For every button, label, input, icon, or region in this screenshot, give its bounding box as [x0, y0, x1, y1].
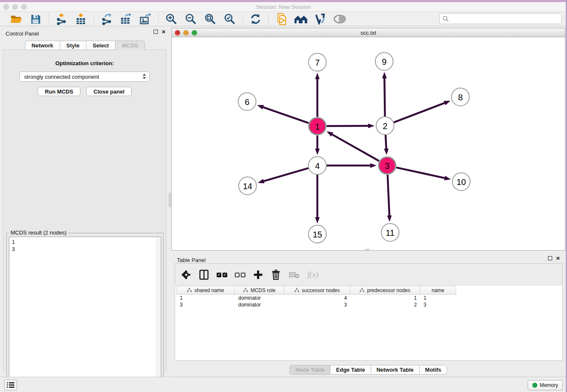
column-header-predecessor-nodes[interactable]: predecessor nodes: [350, 286, 420, 295]
tab-mcds[interactable]: MCDS: [116, 41, 145, 50]
status-bar: Memory: [0, 377, 567, 392]
home-icon[interactable]: [294, 13, 308, 25]
search-input[interactable]: [451, 16, 559, 22]
zoom-selected-icon[interactable]: [223, 13, 237, 25]
zoom-out-icon[interactable]: [184, 13, 198, 25]
column-header-shared-name[interactable]: shared name: [176, 286, 235, 295]
graph-edge-arrowhead: [384, 149, 388, 155]
table-row[interactable]: 3 dominator 3 2 3: [176, 301, 456, 308]
network-canvas[interactable]: 7968124314101511: [172, 37, 565, 250]
control-panel: Control Panel × Network Style Select MCD…: [0, 26, 170, 377]
memory-button[interactable]: Memory: [528, 380, 563, 390]
graph-node-label-1: 1: [315, 122, 319, 131]
main-toolbar: [0, 12, 567, 26]
copy-style-icon[interactable]: [275, 13, 288, 25]
zoom-in-icon[interactable]: [165, 13, 178, 25]
mcds-result-groupbox: MCDS result (2 nodes) 1 3: [6, 233, 164, 392]
graph-edge-arrowhead: [382, 72, 387, 78]
zoom-fit-icon[interactable]: [204, 13, 217, 25]
close-panel-button[interactable]: Close panel: [86, 87, 132, 96]
tab-edge-table[interactable]: Edge Table: [330, 365, 371, 375]
vizmapper-icon[interactable]: [314, 13, 327, 25]
graph-edge-arrowhead: [315, 149, 320, 155]
tab-motifs[interactable]: Motifs: [420, 365, 447, 375]
graph-node-label-2: 2: [383, 121, 387, 131]
graph-node-label-11: 11: [386, 228, 395, 237]
graph-edge-1-6[interactable]: [263, 107, 308, 123]
graph-edge-2-8[interactable]: [394, 103, 445, 122]
panel-splitter-handle[interactable]: [169, 193, 171, 207]
export-table-icon[interactable]: [119, 13, 133, 25]
delete-table-icon[interactable]: [289, 269, 300, 281]
attribute-type-icon: [243, 288, 248, 293]
graph-node-label-10: 10: [457, 177, 466, 187]
export-network-icon[interactable]: [100, 13, 113, 25]
show-hide-panels-icon[interactable]: [333, 13, 347, 25]
application-window: Session: New Session: [0, 0, 567, 392]
table-panel-title: Table Panel: [177, 257, 206, 263]
graph-node-label-9: 9: [382, 57, 386, 66]
optimization-criterion-dropdown[interactable]: strongly connected component: [19, 72, 150, 82]
graph-node-label-3: 3: [385, 161, 389, 171]
refresh-icon[interactable]: [249, 13, 262, 25]
save-session-icon[interactable]: [29, 13, 42, 25]
graph-edge-arrowhead: [368, 124, 374, 128]
network-window-title: scc.txt: [172, 30, 565, 36]
column-header-successor-nodes[interactable]: successor nodes: [284, 286, 350, 295]
export-image-icon[interactable]: [139, 13, 152, 25]
column-header-mcds-role[interactable]: MCDS role: [235, 286, 284, 295]
close-table-panel-icon[interactable]: ×: [556, 256, 560, 260]
tab-style[interactable]: Style: [60, 41, 86, 50]
function-builder-icon[interactable]: f(x): [307, 269, 318, 281]
search-icon: [443, 16, 449, 22]
table-row[interactable]: 1 dominator 4 1 1: [176, 295, 456, 301]
control-panel-tabs: Network Style Select MCDS: [0, 41, 170, 50]
tab-network[interactable]: Network: [25, 41, 60, 50]
graph-edge-arrowhead: [315, 217, 320, 224]
graph-edge-2-3[interactable]: [385, 135, 386, 149]
graph-edge-arrowhead: [315, 73, 320, 79]
column-header-name[interactable]: name: [420, 286, 456, 295]
run-mcds-button[interactable]: Run MCDS: [38, 87, 80, 96]
window-title: Session: New Session: [0, 4, 567, 10]
graph-edge-4-14[interactable]: [263, 168, 308, 181]
float-table-panel-icon[interactable]: [548, 256, 552, 260]
import-table-icon[interactable]: [74, 13, 88, 25]
mcds-result-textarea[interactable]: 1 3: [9, 237, 161, 392]
open-session-icon[interactable]: [9, 13, 23, 25]
import-network-icon[interactable]: [55, 13, 68, 25]
search-box[interactable]: [439, 13, 562, 24]
graph-node-label-14: 14: [243, 182, 252, 191]
table-tabs: Node Table Edge Table Network Table Moti…: [171, 365, 565, 375]
graph-edge-3-11[interactable]: [388, 175, 389, 216]
mcds-panel: Optimization criterion: strongly connect…: [3, 50, 166, 371]
graph-edge-3-1[interactable]: [332, 134, 379, 161]
network-window-titlebar[interactable]: ✕ − + scc.txt: [172, 28, 565, 37]
split-view-icon[interactable]: [199, 269, 209, 281]
table-settings-icon[interactable]: [181, 269, 191, 281]
control-panel-title: Control Panel: [6, 30, 39, 37]
add-column-icon[interactable]: [253, 269, 263, 281]
attribute-type-icon: [187, 288, 192, 293]
deselect-all-columns-icon[interactable]: [235, 269, 245, 281]
select-all-columns-icon[interactable]: ✓✓: [217, 269, 227, 281]
delete-column-icon[interactable]: [271, 269, 281, 281]
tab-node-table[interactable]: Node Table: [289, 365, 330, 375]
graph-edge-arrowhead: [258, 179, 264, 184]
node-table: shared name MCDS role successor nodes pr…: [176, 286, 456, 308]
table-toolbar: ✓✓ f(x): [175, 264, 562, 286]
float-panel-icon[interactable]: [154, 30, 158, 34]
graph-edge-2-9[interactable]: [385, 78, 385, 116]
close-panel-icon[interactable]: ×: [162, 30, 165, 34]
graph-edge-1-2[interactable]: [327, 126, 369, 126]
graph-edge-arrowhead: [257, 105, 264, 109]
graph-edge-3-10[interactable]: [396, 168, 445, 178]
graph-node-label-4: 4: [315, 161, 319, 171]
task-history-button[interactable]: [4, 380, 17, 390]
tab-network-table[interactable]: Network Table: [371, 365, 420, 375]
view-splitter-handle[interactable]: [365, 249, 370, 251]
result-scrollbar[interactable]: [156, 237, 161, 391]
desktop-edge-top: [0, 0, 567, 2]
graph-node-label-6: 6: [245, 97, 249, 107]
tab-select[interactable]: Select: [86, 41, 116, 50]
